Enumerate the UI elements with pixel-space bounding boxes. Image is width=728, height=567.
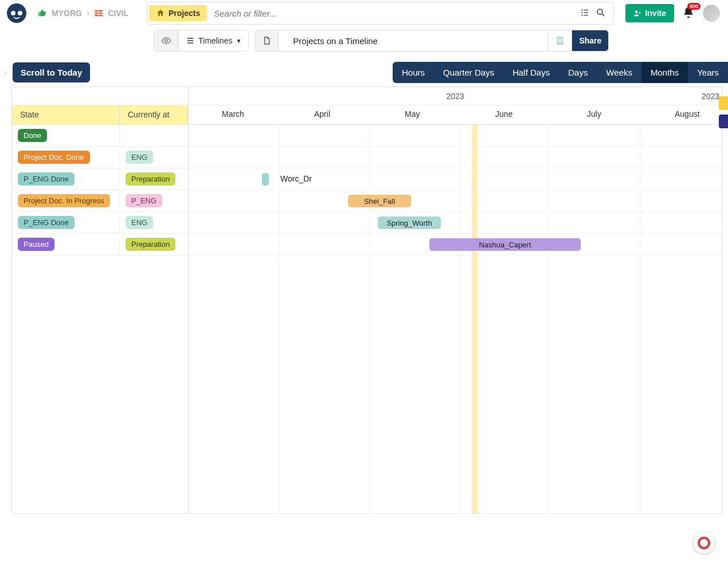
column-header-state[interactable]: State (12, 105, 120, 124)
month-label: May (405, 109, 420, 119)
timelines-label: Timelines (198, 36, 232, 45)
table-row[interactable]: Project Doc. DoneENG (12, 147, 188, 168)
scale-tab-weeks[interactable]: Weeks (597, 62, 641, 83)
svg-rect-5 (99, 15, 103, 17)
wall-icon (94, 9, 103, 18)
side-rail-tab[interactable] (719, 96, 728, 110)
state-pill: Paused (18, 238, 54, 251)
chevron-right-icon: › (87, 8, 89, 18)
timeline-bar[interactable]: Shel_Fall (348, 195, 411, 207)
page-icon (262, 36, 271, 45)
search-bar: Projects (147, 2, 614, 25)
breadcrumb: MYORG › CIVIL (38, 8, 128, 18)
state-pill: P_ENG Done (18, 172, 75, 186)
gantt-left-panel: State Currently at DoneProject Doc. Done… (12, 87, 189, 513)
scale-tabs: HoursQuarter DaysHalf DaysDaysWeeksMonth… (393, 62, 728, 83)
table-row[interactable]: PausedPreparation (12, 234, 188, 255)
scale-tab-days[interactable]: Days (559, 62, 597, 83)
search-icon[interactable] (596, 7, 606, 19)
svg-rect-20 (559, 41, 562, 44)
list-icon[interactable] (580, 7, 590, 19)
avatar[interactable] (703, 5, 720, 22)
search-context-label: Projects (169, 9, 200, 18)
currently-at-pill: ENG (126, 216, 153, 229)
svg-rect-2 (95, 13, 99, 14)
timeline-bar[interactable]: Spring_Worth (378, 216, 441, 229)
currently-at-pill: Preparation (126, 172, 175, 186)
table-row[interactable]: Project Doc. In ProgressP_ENG (12, 190, 188, 212)
column-header-currently-at[interactable]: Currently at (120, 105, 188, 124)
share-label: Share (579, 36, 601, 45)
help-button[interactable] (694, 533, 714, 553)
view-name-input[interactable] (293, 36, 534, 46)
state-pill: Project Doc. In Progress (18, 194, 110, 207)
timeline-bar[interactable] (262, 173, 269, 186)
person-add-icon (633, 9, 641, 17)
chevron-right-icon (2, 69, 8, 77)
currently-at-pill: P_ENG (126, 194, 162, 207)
scale-tab-hours[interactable]: Hours (393, 62, 434, 83)
breadcrumb-project[interactable]: CIVIL (108, 9, 128, 18)
invite-button[interactable]: Invite (625, 4, 674, 22)
share-button[interactable]: Share (572, 30, 608, 51)
svg-rect-19 (559, 37, 562, 39)
timeline-year-right: 2023 (702, 92, 719, 101)
month-label: June (495, 109, 512, 119)
gantt-timeline-area[interactable]: 2023 2023 MarchAprilMayJuneJulyAugust Wo… (189, 87, 722, 513)
timelines-dropdown[interactable]: Timelines ▼ (179, 30, 248, 51)
invite-label: Invite (645, 9, 666, 18)
floppy-icon (555, 36, 565, 45)
scale-tab-years[interactable]: Years (688, 62, 728, 83)
eye-icon (161, 36, 171, 46)
notifications-button[interactable]: 500 (682, 6, 695, 21)
app-logo[interactable] (7, 3, 26, 23)
timeline-year-left: 2023 (446, 92, 464, 101)
scroll-to-today-button[interactable]: Scroll to Today (13, 62, 90, 82)
currently-at-pill: Preparation (126, 238, 175, 251)
table-row[interactable]: P_ENG DonePreparation (12, 168, 188, 190)
svg-rect-3 (100, 13, 103, 14)
svg-rect-1 (99, 10, 103, 12)
month-label: August (675, 109, 700, 119)
svg-rect-0 (95, 10, 98, 12)
svg-point-14 (635, 10, 638, 13)
side-rail-tab[interactable] (719, 115, 728, 128)
state-pill: Done (18, 129, 47, 142)
scale-tab-months[interactable]: Months (641, 62, 688, 83)
table-row[interactable]: P_ENG DoneENG (12, 212, 188, 234)
home-icon (156, 9, 165, 18)
search-input[interactable] (210, 9, 576, 18)
save-button[interactable] (549, 30, 572, 51)
currently-at-pill: ENG (126, 151, 153, 164)
visibility-button[interactable] (154, 30, 179, 51)
lifebuoy-icon (698, 537, 710, 549)
month-label: March (222, 109, 244, 119)
breadcrumb-org[interactable]: MYORG (52, 9, 82, 18)
month-label: July (587, 109, 601, 119)
expand-panel-button[interactable] (0, 69, 10, 77)
timeline-bar-label: Worc_Dr (280, 174, 312, 183)
month-label: April (314, 109, 330, 119)
svg-point-12 (597, 9, 602, 14)
page-icon-button[interactable] (255, 30, 279, 51)
scale-tab-quarter-days[interactable]: Quarter Days (434, 62, 503, 83)
menu-icon (186, 36, 195, 45)
state-pill: P_ENG Done (18, 216, 75, 229)
table-header-row: State Currently at (12, 105, 188, 125)
timeline-bar[interactable]: Nashua_Capert (429, 238, 581, 251)
notification-count: 500 (687, 3, 700, 10)
scale-tab-half-days[interactable]: Half Days (503, 62, 559, 83)
svg-line-13 (602, 14, 605, 16)
thumbs-up-icon (38, 9, 47, 18)
svg-rect-4 (95, 15, 98, 17)
search-context-chip[interactable]: Projects (149, 5, 207, 21)
state-pill: Project Doc. Done (18, 151, 90, 164)
chevron-down-icon: ▼ (236, 38, 241, 44)
table-row[interactable]: Done (12, 125, 188, 147)
svg-point-15 (165, 40, 168, 42)
